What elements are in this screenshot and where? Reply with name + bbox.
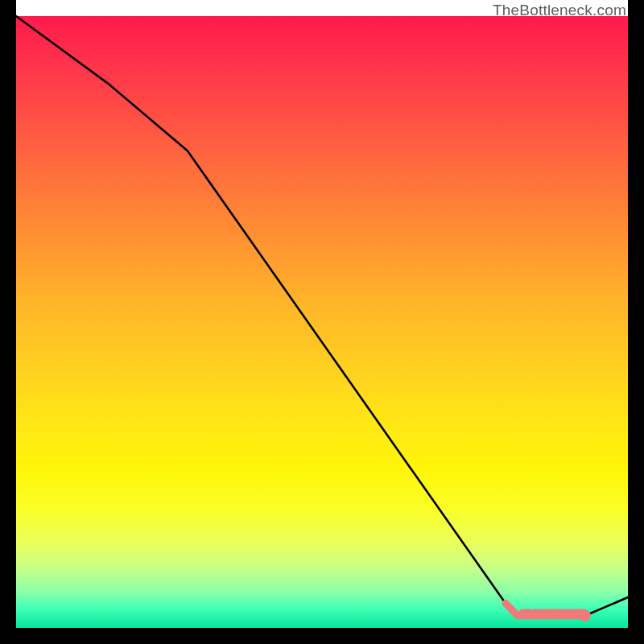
attribution-text: TheBottleneck.com [493,2,626,19]
axis-bottom [0,628,644,644]
highlight-marker [580,610,591,621]
axis-right [628,0,644,644]
bottleneck-curve [16,16,628,616]
chart-svg [16,16,628,628]
chart-container: TheBottleneck.com [0,0,644,644]
axis-left [0,0,16,644]
